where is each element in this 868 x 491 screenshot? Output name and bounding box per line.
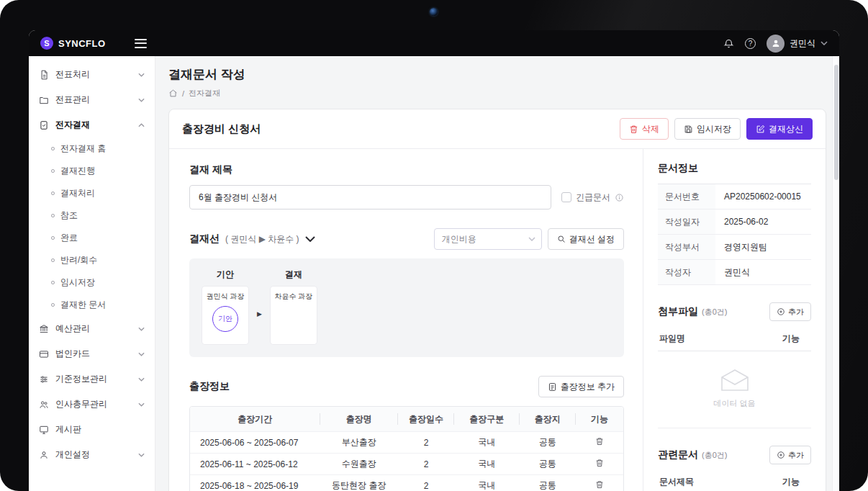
cell-trip-place: 공통 [520, 453, 576, 474]
sidebar-subitem-completed[interactable]: 완료 [29, 227, 155, 249]
add-related-doc-button[interactable]: 추가 [769, 446, 811, 464]
approver-name: 권민식 과장 [207, 292, 245, 302]
expense-category-select[interactable]: 개인비용 [434, 228, 542, 250]
sidebar-subitem-reference[interactable]: 참조 [29, 204, 155, 227]
bell-icon [723, 38, 734, 49]
delete-button[interactable]: 삭제 [620, 118, 669, 140]
approval-step-draft: 기안 권민식 과장 기안 [202, 269, 248, 344]
sidebar-item-voucher-management[interactable]: 전표관리 [29, 87, 155, 112]
approver-card[interactable]: 권민식 과장 기안 [202, 287, 248, 344]
stage-label: 결재 [285, 269, 302, 281]
scrollbar-track[interactable] [832, 56, 839, 491]
column-header: 출장명 [320, 407, 398, 431]
app-screen: S SYNCFLO ? 권민식 [29, 30, 839, 491]
table-row: 작성자권민식 [658, 260, 811, 285]
scrollbar-thumb[interactable] [834, 65, 838, 180]
cell-trip-period: 2025-06-18 ~ 2025-06-19 [190, 474, 320, 491]
sidebar-item-label: 예산관리 [55, 323, 132, 335]
chevron-down-icon [138, 402, 145, 407]
sidebar-item-e-approval[interactable]: 전자결재 [29, 112, 155, 138]
chevron-down-icon [138, 377, 145, 382]
sidebar-item-board[interactable]: 게시판 [29, 417, 155, 442]
sidebar-subitem-draft[interactable]: 임시저장 [29, 271, 155, 294]
info-value: AP20250602-00015 [715, 184, 811, 210]
info-label: 작성부서 [658, 235, 715, 260]
sidebar-item-voucher-processing[interactable]: 전표처리 [29, 62, 155, 87]
form-title: 출장경비 신청서 [182, 122, 261, 136]
help-icon: ? [745, 38, 756, 49]
add-attachment-button[interactable]: 추가 [769, 302, 811, 321]
sidebar-item-master-data[interactable]: 기준정보관리 [29, 366, 155, 392]
delete-row-button[interactable] [595, 459, 604, 467]
delete-row-button[interactable] [595, 480, 604, 489]
info-label: 문서번호 [658, 184, 715, 210]
sidebar-subitem-approval-in-progress[interactable]: 결재진행 [29, 160, 155, 182]
bullet-icon [51, 236, 55, 240]
topbar: S SYNCFLO ? 권민식 [29, 30, 839, 56]
approval-line-settings-button[interactable]: 결재선 설정 [548, 228, 624, 250]
sidebar-item-label: 기준정보관리 [55, 373, 132, 385]
column-header: 파일명 [659, 333, 685, 345]
delete-row-button[interactable] [595, 437, 604, 446]
approval-line-path: ( 권민식 ▶ 차윤수 ) [225, 233, 299, 246]
submit-approval-button[interactable]: 결재상신 [746, 118, 813, 140]
sidebar-subitem-label: 전자결재 홈 [60, 143, 106, 155]
sidebar-item-label: 게시판 [55, 423, 145, 436]
sidebar-item-personal-settings[interactable]: 개인설정 [29, 442, 155, 467]
related-docs-table-header: 문서제목 기능 [658, 469, 811, 491]
sidebar-item-hr-admin[interactable]: 인사총무관리 [29, 392, 155, 417]
cell-trip-days: 2 [398, 453, 454, 474]
document-icon [39, 70, 49, 80]
home-icon[interactable] [168, 89, 178, 98]
chevron-down-icon [138, 352, 145, 356]
chevron-up-icon [138, 123, 145, 127]
info-icon [615, 193, 624, 202]
related-docs-count: (총0건) [702, 450, 727, 461]
cell-trip-type: 국내 [454, 453, 519, 474]
avatar [767, 35, 785, 53]
credit-card-icon [39, 349, 49, 359]
sidebar-item-budget-management[interactable]: 예산관리 [29, 316, 155, 341]
approval-title-input[interactable] [189, 185, 551, 210]
table-row: 문서번호AP20250602-00015 [658, 184, 811, 210]
people-icon [39, 400, 49, 410]
sidebar-subitem-approval-processing[interactable]: 결재처리 [29, 182, 155, 204]
save-icon [684, 125, 693, 134]
info-value: 권민식 [715, 260, 811, 285]
sidebar-subitem-approved-documents[interactable]: 결재한 문서 [29, 294, 155, 316]
info-label: 작성자 [658, 260, 715, 285]
bullet-icon [51, 192, 55, 195]
breadcrumb-separator: / [182, 89, 184, 98]
section-heading: 결재 제목 [189, 163, 624, 176]
notifications-button[interactable] [723, 38, 734, 49]
main-content: 결재문서 작성 / 전자결재 출장경비 신청서 삭제 [155, 56, 839, 491]
urgent-label: 긴급문서 [576, 192, 610, 204]
section-heading: 첨부파일 [658, 305, 698, 318]
add-trip-info-button[interactable]: 출장정보 추가 [538, 376, 624, 397]
help-button[interactable]: ? [745, 38, 756, 49]
brand-logo[interactable]: S SYNCFLO [40, 37, 106, 50]
urgent-document-option[interactable]: 긴급문서 [561, 192, 624, 204]
menu-toggle-button[interactable] [135, 39, 147, 48]
section-heading: 문서정보 [658, 162, 811, 175]
breadcrumb-current: 전자결재 [189, 88, 220, 99]
urgent-checkbox[interactable] [561, 192, 571, 202]
board-icon [39, 425, 49, 435]
form-right-column: 문서정보 문서번호AP20250602-00015 작성일자2025-06-02… [643, 149, 826, 491]
edit-icon [756, 125, 765, 134]
approver-card[interactable]: 차윤수 과장 [271, 287, 317, 344]
sidebar-item-label: 법인카드 [55, 348, 132, 360]
sidebar-subitem-rejected-recalled[interactable]: 반려/회수 [29, 249, 155, 271]
temp-save-button[interactable]: 임시저장 [674, 118, 741, 140]
chevron-down-icon[interactable] [305, 236, 315, 242]
sidebar-subitem-e-approval-home[interactable]: 전자결재 홈 [29, 138, 155, 160]
table-row: 2025-06-06 ~ 2025-06-07 부산출장 2 국내 공통 [190, 431, 623, 453]
cell-trip-place: 공통 [520, 474, 576, 491]
brand-logo-icon: S [40, 37, 53, 50]
form-left-column: 결재 제목 긴급문서 [169, 149, 643, 491]
sidebar: 전표처리 전표관리 전자결재 전자결재 홈 결재진행 결재처리 [29, 56, 155, 491]
bank-icon [39, 324, 49, 334]
sidebar-subitem-label: 완료 [60, 232, 78, 244]
user-menu[interactable]: 권민식 [767, 35, 828, 53]
sidebar-item-corporate-card[interactable]: 법인카드 [29, 341, 155, 366]
